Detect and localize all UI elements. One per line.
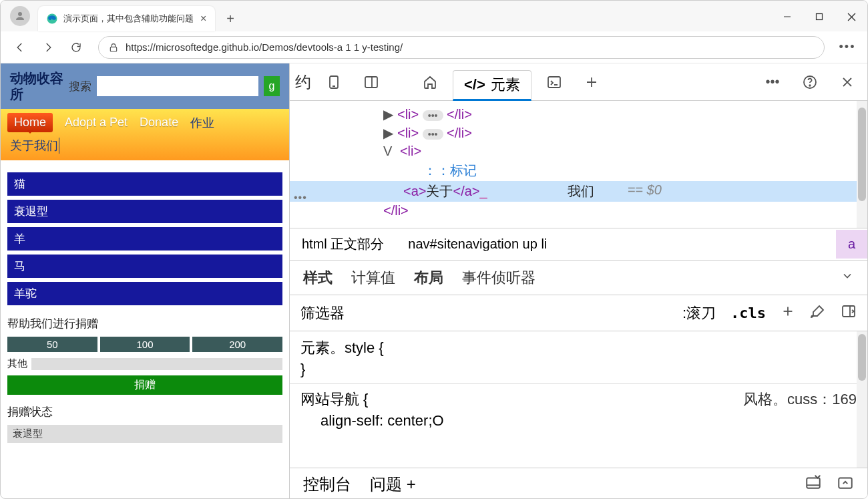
- nav-adopt[interactable]: Adopt a Pet: [65, 116, 128, 130]
- search-input[interactable]: [97, 76, 258, 96]
- nav-about[interactable]: 关于我们: [7, 138, 59, 154]
- css-pane[interactable]: 元素。style { } 网站导航 {风格。cuss：169 align-sel…: [290, 331, 867, 468]
- close-window-button[interactable]: [835, 6, 867, 27]
- browser-menu-button[interactable]: •••: [835, 36, 859, 59]
- inspect-button[interactable]: 约: [295, 71, 311, 93]
- donate-amount-button[interactable]: 50: [7, 337, 97, 352]
- dom-breadcrumb[interactable]: html 正文部分 nav#sitenavigation up li a: [290, 228, 867, 260]
- list-item[interactable]: 衰退型: [7, 200, 282, 223]
- cls-toggle[interactable]: .cls: [730, 305, 766, 321]
- devtools-tabstrip: 约 </> 元素 •••: [290, 63, 867, 101]
- lock-icon: [108, 42, 119, 53]
- paint-brush-icon[interactable]: [810, 303, 826, 323]
- nav-home[interactable]: Home: [7, 113, 53, 132]
- dom-tree[interactable]: ▶<li> ••• </li> ▶<li> ••• </li> V <li> ：…: [290, 101, 867, 228]
- list-item[interactable]: 羊: [7, 227, 282, 251]
- welcome-tab[interactable]: [415, 67, 445, 97]
- svg-rect-9: [365, 77, 377, 88]
- donate-section: 帮助我们进行捐赠 50 100 200 其他 捐赠 捐赠状态 衰退型: [1, 313, 289, 446]
- list-item[interactable]: 马: [7, 255, 282, 278]
- new-tab-button[interactable]: +: [219, 7, 242, 30]
- browser-tab[interactable]: 演示页面，其中包含辅助功能问题 ×: [38, 6, 215, 31]
- styles-tabstrip: 样式 计算值 布局 事件侦听器: [290, 260, 867, 295]
- minimize-button[interactable]: [771, 6, 803, 27]
- maximize-button[interactable]: [803, 6, 835, 27]
- drawer-dock-icon[interactable]: [805, 474, 822, 495]
- ellipsis-icon[interactable]: •••: [423, 110, 443, 121]
- donate-submit-button[interactable]: 捐赠: [7, 375, 282, 395]
- device-toggle-button[interactable]: [319, 67, 349, 97]
- nav-donate[interactable]: Donate: [140, 116, 178, 130]
- svg-rect-21: [843, 306, 855, 317]
- donate-heading: 帮助我们进行捐赠: [7, 316, 282, 331]
- more-tabs-button[interactable]: [577, 67, 606, 97]
- devtools-close-button[interactable]: [833, 67, 862, 97]
- site-title: 动物收容所: [10, 70, 63, 102]
- search-go-button[interactable]: g: [264, 76, 280, 96]
- other-amount-input[interactable]: [31, 358, 282, 370]
- scrollbar[interactable]: [857, 101, 867, 228]
- status-heading: 捐赠状态: [7, 404, 282, 420]
- new-rule-button[interactable]: [781, 304, 795, 323]
- filter-input[interactable]: 筛选器: [300, 303, 345, 323]
- browser-toolbar: https://microsoftedge.github.io/Demos/de…: [1, 31, 867, 63]
- code-icon: </>: [464, 76, 485, 94]
- computed-sidebar-icon[interactable]: [841, 303, 857, 323]
- scrollbar[interactable]: [857, 331, 867, 468]
- donate-amount-button[interactable]: 200: [192, 337, 282, 352]
- svg-rect-25: [839, 478, 852, 488]
- back-button[interactable]: [9, 36, 31, 59]
- breadcrumb-selected[interactable]: a: [836, 230, 867, 259]
- forward-button[interactable]: [37, 36, 59, 59]
- url-text: https://microsoftedge.github.io/Demos/de…: [126, 41, 403, 53]
- dom-more-icon[interactable]: •••: [294, 192, 307, 204]
- donate-amount-button[interactable]: 100: [100, 337, 190, 352]
- tab-event-listeners[interactable]: 事件侦听器: [462, 268, 535, 288]
- svg-rect-3: [817, 14, 823, 20]
- svg-point-16: [809, 85, 811, 86]
- svg-rect-6: [110, 47, 116, 51]
- hov-toggle[interactable]: :滚刀: [682, 303, 716, 323]
- selected-dom-node[interactable]: <a>关于</a>_ 我们 == $0: [290, 181, 867, 202]
- tab-computed[interactable]: 计算值: [351, 268, 395, 288]
- devtools-drawer: 控制台 问题 +: [290, 468, 867, 499]
- devtools-panel: 约 </> 元素 ••• ▶<li> ••• </li> ▶<li> ••• <…: [289, 63, 867, 499]
- styles-filter-row: 筛选器 :滚刀 .cls: [290, 295, 867, 331]
- svg-point-0: [18, 12, 22, 16]
- ellipsis-icon[interactable]: •••: [423, 129, 443, 140]
- drawer-collapse-icon[interactable]: [837, 474, 854, 495]
- nav-jobs[interactable]: 作业: [190, 115, 214, 131]
- address-bar[interactable]: https://microsoftedge.github.io/Demos/de…: [98, 36, 825, 59]
- rendered-page: 动物收容所 搜索 g Home Adopt a Pet Donate 作业 关于…: [1, 63, 289, 499]
- tab-title: 演示页面，其中包含辅助功能问题: [63, 13, 194, 25]
- pet-list: 猫 衰退型 羊 马 羊驼: [1, 160, 289, 313]
- dock-side-icon[interactable]: [357, 67, 386, 97]
- window-controls: [771, 6, 867, 27]
- list-item[interactable]: 猫: [7, 172, 282, 196]
- page-header: 动物收容所 搜索 g: [1, 63, 289, 109]
- drawer-issues-tab[interactable]: 问题 +: [370, 474, 416, 495]
- profile-avatar[interactable]: [10, 6, 30, 26]
- edge-favicon-icon: [46, 13, 58, 25]
- reload-button[interactable]: [65, 36, 87, 59]
- console-tab-icon[interactable]: [539, 67, 569, 97]
- help-button[interactable]: [795, 67, 825, 97]
- page-nav: Home Adopt a Pet Donate 作业 关于我们: [1, 109, 289, 160]
- chevron-down-icon[interactable]: [841, 269, 854, 287]
- window-titlebar: 演示页面，其中包含辅助功能问题 × +: [1, 1, 867, 31]
- search-label: 搜索: [69, 79, 91, 94]
- list-item[interactable]: 羊驼: [7, 282, 282, 305]
- status-item: 衰退型: [7, 425, 282, 443]
- tab-elements[interactable]: </> 元素: [453, 70, 531, 101]
- devtools-more-button[interactable]: •••: [758, 67, 787, 97]
- drawer-console-tab[interactable]: 控制台: [303, 474, 351, 495]
- svg-rect-11: [548, 77, 560, 88]
- other-label: 其他: [7, 357, 27, 370]
- tab-layout[interactable]: 布局: [414, 268, 443, 288]
- tab-styles[interactable]: 样式: [303, 268, 333, 288]
- svg-rect-23: [807, 478, 820, 488]
- tab-close-icon[interactable]: ×: [199, 11, 208, 26]
